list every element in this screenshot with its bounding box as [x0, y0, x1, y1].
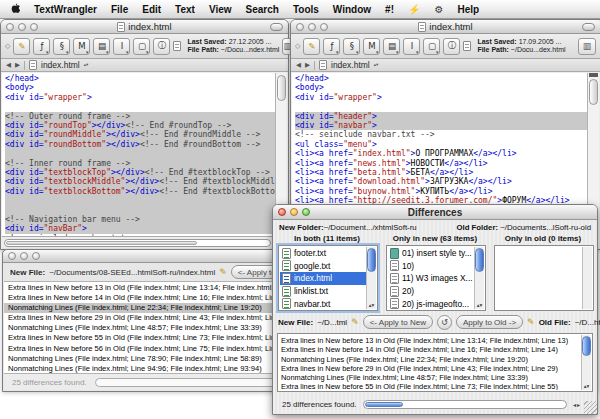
- close-button[interactable]: [6, 23, 14, 31]
- scrollbar-thumb[interactable]: [365, 402, 403, 407]
- code-area[interactable]: </head><body><div id="wrapper"> <!-- Out…: [2, 73, 275, 236]
- gear-menu-icon[interactable]: ⚙: [434, 4, 443, 15]
- info-button[interactable]: ⓘ: [443, 38, 460, 55]
- list-item[interactable]: 20) js-imageofto...: [388, 297, 474, 309]
- scrollbar-thumb[interactable]: [475, 248, 484, 272]
- vertical-scrollbar[interactable]: ▴▾: [366, 247, 376, 309]
- list-item[interactable]: index.html: [280, 272, 366, 285]
- scrollbar-arrows[interactable]: ▴▾: [475, 302, 484, 309]
- windows-popup-button[interactable]: ▢▾: [133, 38, 150, 55]
- horizontal-scrollbar[interactable]: [363, 400, 567, 409]
- minimize-button[interactable]: [308, 23, 316, 31]
- list-item[interactable]: 11) W3 images X...: [388, 272, 474, 285]
- horizontal-scrollbar[interactable]: [95, 378, 295, 387]
- zoom-button[interactable]: [32, 252, 40, 260]
- info-button[interactable]: ⓘ: [153, 38, 170, 55]
- menu-item-text[interactable]: Text: [175, 4, 195, 15]
- zoom-button[interactable]: [302, 208, 310, 216]
- split-diamond-icon[interactable]: ◇: [295, 42, 300, 50]
- horizontal-scrollbar[interactable]: ◂▸: [2, 236, 287, 248]
- scrollbar-thumb[interactable]: [367, 248, 376, 272]
- document-proxy-icon[interactable]: [117, 22, 125, 32]
- diff-row[interactable]: Extra lines in New before 55 in Old (Fil…: [279, 382, 581, 390]
- vertical-scrollbar[interactable]: ▴▾: [581, 335, 591, 390]
- pencil-button[interactable]: ✎: [13, 38, 30, 55]
- title-bar[interactable]: Differences: [273, 205, 597, 220]
- scrollbar-thumb[interactable]: [589, 79, 598, 105]
- insert-popup-button[interactable]: I▾: [113, 38, 130, 55]
- markers-popup-button[interactable]: M▾: [73, 38, 90, 55]
- recompare-button[interactable]: ↺: [437, 315, 452, 330]
- minimize-button[interactable]: [290, 208, 298, 216]
- windows-popup-button[interactable]: ▢▾: [423, 38, 440, 55]
- tab-menu-icon[interactable]: ▴▾: [374, 63, 379, 67]
- close-button[interactable]: [8, 252, 16, 260]
- only-in-old-list[interactable]: [494, 245, 594, 311]
- apply-to-new-button[interactable]: <- Apply to New: [363, 315, 433, 329]
- sections-popup-button[interactable]: §▾: [53, 38, 70, 55]
- drawer-toggle-button[interactable]: ▥: [578, 38, 596, 55]
- function-popup-button[interactable]: ƒ▾: [323, 38, 340, 55]
- diff-row[interactable]: Extra lines in New before 29 in Old (Fil…: [279, 364, 581, 373]
- toolbar-toggle-button[interactable]: [270, 23, 283, 31]
- list-item[interactable]: linklist.txt: [280, 285, 366, 298]
- menu-item-view[interactable]: View: [209, 4, 232, 15]
- menu-item-edit[interactable]: Edit: [142, 4, 161, 15]
- split-diamond-icon[interactable]: ◇: [5, 42, 10, 50]
- title-bar[interactable]: index.html: [1, 20, 288, 34]
- sections-popup-button[interactable]: §▾: [343, 38, 360, 55]
- tab-menu-icon[interactable]: ▴▾: [84, 63, 89, 67]
- minimize-button[interactable]: [20, 252, 28, 260]
- scrollbar-track[interactable]: [4, 239, 271, 247]
- menu-item-search[interactable]: Search: [246, 4, 279, 15]
- function-popup-button[interactable]: ƒ▾: [33, 38, 50, 55]
- resize-grip[interactable]: [584, 401, 597, 414]
- lightning-menu-icon[interactable]: ⚡: [408, 4, 420, 15]
- pencil-button[interactable]: ✎: [303, 38, 320, 55]
- menu-item-window[interactable]: Window: [333, 4, 371, 15]
- document-tab[interactable]: index.html: [41, 60, 80, 70]
- menu-item-scripts[interactable]: #!: [385, 4, 394, 15]
- menu-item-help[interactable]: Help: [457, 4, 479, 15]
- document-proxy-icon[interactable]: [418, 22, 426, 32]
- document-tab[interactable]: index.html: [331, 60, 370, 70]
- vertical-scrollbar[interactable]: ▴▾: [474, 247, 484, 309]
- list-item[interactable]: footer.txt: [280, 247, 366, 260]
- list-item[interactable]: 20): [388, 285, 474, 298]
- split-pane-widget[interactable]: [589, 73, 598, 77]
- documents-popup-button[interactable]: ▤▾: [383, 38, 400, 55]
- differences-list[interactable]: Extra lines in New before 13 in Old (Fil…: [277, 333, 593, 392]
- back-arrow-button[interactable]: ◀: [6, 61, 11, 69]
- scrollbar-thumb[interactable]: [582, 336, 591, 356]
- scrollbar-thumb[interactable]: [6, 241, 197, 245]
- code-editor[interactable]: </head><body><div id="wrapper"> <!-- Out…: [2, 73, 287, 236]
- list-item[interactable]: google.txt: [280, 260, 366, 273]
- scrollbar-arrows[interactable]: ▴▾: [367, 302, 376, 309]
- list-item[interactable]: navbar.txt: [280, 297, 366, 309]
- close-button[interactable]: [278, 208, 286, 216]
- menu-item-tools[interactable]: Tools: [293, 4, 319, 15]
- insert-popup-button[interactable]: I▾: [403, 38, 420, 55]
- back-arrow-button[interactable]: ◀: [296, 61, 301, 69]
- forward-arrow-button[interactable]: ▶: [15, 61, 20, 69]
- vertical-scrollbar[interactable]: [582, 247, 592, 309]
- title-bar[interactable]: index.html: [291, 20, 600, 34]
- apply-to-old-button[interactable]: Apply to Old ->: [456, 315, 523, 329]
- menu-item-file[interactable]: File: [111, 4, 128, 15]
- forward-arrow-button[interactable]: ▶: [305, 61, 310, 69]
- diff-row[interactable]: Extra lines in New before 13 in Old (Fil…: [279, 336, 581, 345]
- scrollbar-arrows[interactable]: ▴▾: [582, 383, 591, 390]
- in-both-list[interactable]: footer.txtgoogle.txtindex.htmllinklist.t…: [278, 245, 378, 311]
- zoom-button[interactable]: [30, 23, 38, 31]
- zoom-button[interactable]: [320, 23, 328, 31]
- toolbar-toggle-button[interactable]: [582, 23, 595, 31]
- only-in-new-list[interactable]: 01) insert style ty...10)11) W3 images X…: [386, 245, 486, 311]
- markers-popup-button[interactable]: M▾: [363, 38, 380, 55]
- diff-row[interactable]: Extra lines in New before 14 in Old (Fil…: [279, 345, 581, 354]
- list-item[interactable]: 01) insert style ty...: [388, 247, 474, 260]
- list-item[interactable]: 10): [388, 260, 474, 273]
- diff-row[interactable]: Nonmatching Lines (File index.html; Line…: [279, 355, 581, 364]
- minimize-button[interactable]: [18, 23, 26, 31]
- documents-popup-button[interactable]: ▤▾: [93, 38, 110, 55]
- apple-menu[interactable]: [10, 3, 20, 15]
